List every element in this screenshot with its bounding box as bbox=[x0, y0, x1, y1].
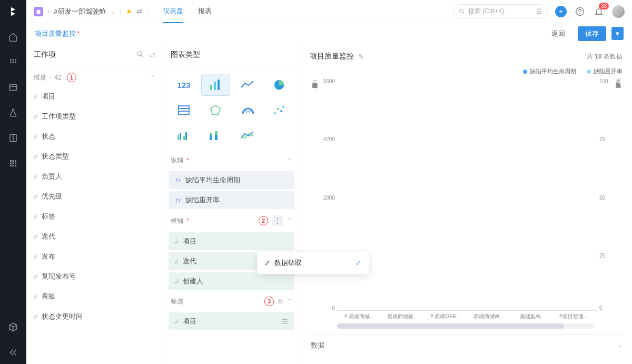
marker-3: 3 bbox=[264, 297, 274, 306]
dimension-item[interactable]: #状态类型 bbox=[26, 146, 163, 166]
filter-icon[interactable]: ☰ bbox=[536, 8, 542, 15]
chart-plot[interactable] bbox=[337, 78, 597, 311]
dimension-item[interactable]: #标签 bbox=[26, 206, 163, 227]
breadcrumb: › #研发一部驾驶舱 ⌄ | ★ ⇄ | bbox=[34, 7, 148, 16]
dimension-item[interactable]: #发布 bbox=[26, 247, 163, 267]
chart-type-scatter[interactable] bbox=[265, 99, 293, 121]
svg-rect-9 bbox=[10, 160, 12, 162]
flask-icon[interactable] bbox=[8, 107, 18, 118]
dimension-item[interactable]: #状态 bbox=[26, 126, 163, 146]
svg-point-33 bbox=[277, 108, 279, 110]
svg-point-4 bbox=[13, 62, 14, 63]
haxis-header[interactable]: 横轴* 2 ⋮ ⌃ bbox=[163, 211, 300, 230]
svg-rect-26 bbox=[218, 80, 220, 90]
drill-popup[interactable]: ⤢ 数据钻取 ✓ bbox=[257, 252, 369, 274]
drill-icon: ⤢ bbox=[264, 259, 270, 267]
workitem-panel: 工作项 ⇄ 维度 · 42 1 ⌃ #项目#工作项类型#状态#状态类型#负责人#… bbox=[26, 44, 163, 364]
struct-icon[interactable]: ⧉ bbox=[278, 298, 283, 305]
dimension-item[interactable]: #看板 bbox=[26, 287, 163, 307]
chart-type-pie[interactable] bbox=[265, 74, 293, 96]
svg-rect-14 bbox=[15, 163, 16, 164]
filter-header[interactable]: 筛选 3 ⧉ ⌃ bbox=[163, 292, 300, 310]
yaxis-chip[interactable]: ƒx缺陷重开率 bbox=[169, 191, 294, 209]
dimension-item[interactable]: #工作项类型 bbox=[26, 106, 163, 126]
book-icon[interactable] bbox=[8, 133, 18, 143]
swap-icon[interactable]: ⇄ bbox=[149, 51, 155, 59]
charttype-panel: 图表类型 123 64% 纵轴*⌃ bbox=[163, 44, 300, 364]
apps-icon[interactable] bbox=[8, 57, 18, 67]
dimension-item[interactable]: #负责人 bbox=[26, 166, 163, 186]
svg-rect-12 bbox=[10, 163, 12, 164]
svg-marker-31 bbox=[211, 105, 220, 114]
top-tabs: 仪表盘 报表 bbox=[163, 0, 212, 23]
svg-rect-39 bbox=[185, 132, 187, 140]
star-icon[interactable]: ★ bbox=[126, 7, 132, 15]
more-icon[interactable]: ⋮ bbox=[272, 215, 283, 226]
tab-dashboard[interactable]: 仪表盘 bbox=[163, 0, 183, 23]
filter-icon[interactable]: ☰ bbox=[282, 318, 288, 326]
avatar[interactable] bbox=[612, 5, 625, 18]
chevron-updown-icon[interactable]: ⌄ bbox=[110, 7, 116, 15]
help-icon[interactable] bbox=[574, 6, 586, 17]
inbox-icon[interactable] bbox=[8, 82, 18, 93]
chart-type-gauge[interactable]: 64% bbox=[233, 99, 262, 121]
collapse-icon[interactable] bbox=[8, 347, 18, 358]
svg-point-21 bbox=[580, 13, 580, 14]
chevron-up-icon[interactable]: ⌃ bbox=[150, 74, 155, 81]
y-right-label: 缺陷重开率（%） bbox=[613, 78, 623, 311]
chart-legend: 缺陷平均生命周期 缺陷重开率 bbox=[310, 67, 623, 75]
workitem-header: 工作项 bbox=[34, 50, 56, 60]
chart-scrollbar[interactable] bbox=[337, 323, 595, 329]
tab-report[interactable]: 报表 bbox=[198, 0, 212, 23]
dimension-header[interactable]: 维度 · 42 1 ⌃ bbox=[26, 68, 163, 86]
filter-chip[interactable]: #项目☰ bbox=[169, 312, 294, 330]
chart-type-table[interactable] bbox=[170, 99, 198, 121]
dimension-item[interactable]: #优先级 bbox=[26, 186, 163, 206]
nav-rail bbox=[0, 0, 26, 364]
svg-rect-43 bbox=[215, 131, 218, 135]
dimension-item[interactable]: #状态变更时间 bbox=[26, 307, 163, 327]
dimension-item[interactable]: #复现发布号 bbox=[26, 267, 163, 287]
save-dropdown[interactable]: ▾ bbox=[611, 27, 624, 40]
search-input[interactable]: 搜索 (Ctrl+K) ☰ bbox=[453, 4, 548, 19]
dimension-item[interactable]: #迭代 bbox=[26, 227, 163, 247]
chart-type-multiline[interactable] bbox=[233, 124, 262, 146]
swap-icon[interactable]: ⇄ bbox=[136, 7, 142, 15]
workspace-name[interactable]: #研发一部驾驶舱 bbox=[54, 7, 105, 16]
workspace-icon[interactable] bbox=[34, 7, 43, 16]
chart-type-number[interactable]: 123 bbox=[170, 74, 198, 96]
search-icon[interactable] bbox=[136, 51, 144, 59]
add-button[interactable]: + bbox=[555, 6, 567, 17]
cube-icon[interactable] bbox=[8, 322, 18, 332]
svg-rect-15 bbox=[10, 165, 12, 166]
edit-icon[interactable]: ✎ bbox=[358, 53, 364, 61]
back-button[interactable]: 返回 bbox=[544, 26, 572, 41]
notification-icon[interactable]: 33 bbox=[593, 6, 605, 17]
svg-rect-28 bbox=[179, 106, 189, 114]
svg-point-2 bbox=[15, 59, 16, 61]
chevron-up-icon[interactable]: ⌃ bbox=[287, 217, 292, 224]
chart-type-bar[interactable] bbox=[201, 74, 230, 96]
svg-rect-41 bbox=[210, 133, 212, 135]
check-icon: ✓ bbox=[355, 259, 361, 267]
data-section-toggle[interactable]: 数据› bbox=[310, 334, 623, 357]
logo-icon[interactable] bbox=[8, 6, 18, 17]
yaxis-chip[interactable]: ƒx缺陷平均生命周期 bbox=[169, 171, 294, 189]
chart-type-stacked-bar[interactable] bbox=[201, 124, 230, 146]
svg-rect-24 bbox=[210, 85, 212, 90]
chart-type-grouped-bar[interactable] bbox=[170, 124, 198, 146]
dimension-item[interactable]: #项目 bbox=[26, 86, 163, 106]
chevron-up-icon[interactable]: ⌃ bbox=[287, 298, 292, 305]
yaxis-header[interactable]: 纵轴*⌃ bbox=[163, 152, 300, 169]
save-button[interactable]: 保存 bbox=[578, 26, 606, 41]
chart-title: 项目质量监控 bbox=[310, 52, 354, 61]
home-icon[interactable] bbox=[8, 32, 18, 42]
haxis-chip[interactable]: #创建人 bbox=[169, 272, 294, 290]
marker-1: 1 bbox=[67, 73, 76, 82]
haxis-chip[interactable]: #项目 bbox=[169, 232, 294, 250]
grid-icon[interactable] bbox=[8, 158, 18, 169]
chart-panel: 项目质量监控 ✎ 共 10 条数据 缺陷平均生命周期 缺陷重开率 缺陷平均生命周… bbox=[300, 44, 632, 364]
page-title[interactable]: 项目质量监控 bbox=[35, 29, 76, 38]
chart-type-line[interactable] bbox=[233, 74, 262, 96]
chart-type-polygon[interactable] bbox=[201, 99, 230, 121]
